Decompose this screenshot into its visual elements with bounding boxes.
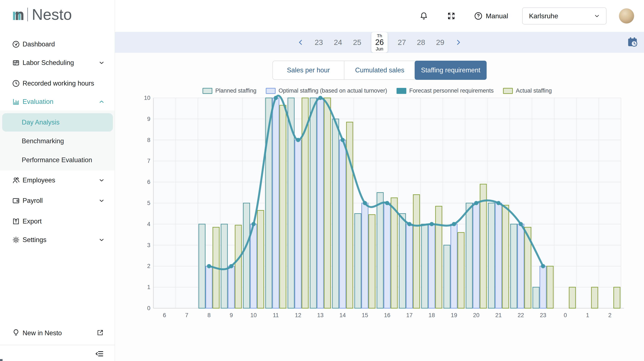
corner-widget [0, 359, 2, 361]
sidebar-subitem-label: Performance Evaluation [22, 156, 92, 164]
chevron-down-icon [98, 198, 105, 204]
bar-1-hour-9 [228, 266, 234, 308]
bar-1-hour-21 [495, 203, 502, 308]
legend-item: Planned staffing [202, 87, 256, 94]
bar-chart-icon [12, 98, 20, 106]
users-icon [12, 176, 20, 184]
bar-0-hour-10 [244, 203, 250, 308]
legend-item: Optimal staffing (based on actual turnov… [266, 87, 387, 94]
svg-text:17: 17 [406, 312, 413, 319]
svg-text:22: 22 [518, 312, 524, 319]
bar-1-hour-17 [406, 224, 413, 308]
legend-swatch-icon [503, 88, 513, 94]
sidebar-item-dashboard[interactable]: Dashboard [0, 35, 115, 53]
bar-0-hour-16 [377, 193, 383, 308]
sidebar-item-employees[interactable]: Employees [0, 171, 115, 189]
sidebar-item-label: Dashboard [22, 40, 55, 48]
sidebar-subitem-label: Day Analysis [22, 119, 60, 126]
legend-swatch-icon [202, 88, 212, 94]
sidebar: n n Nesto Dashboard Labor Scheduling [0, 0, 115, 361]
day-25[interactable]: 25 [352, 38, 362, 47]
sidebar-item-settings[interactable]: Settings [0, 231, 115, 249]
staffing-chart: 6789101112131415161718192021222301201234… [119, 94, 634, 325]
gauge-icon [12, 40, 20, 48]
bar-2-hour-16 [391, 198, 398, 308]
day-29[interactable]: 29 [435, 38, 445, 47]
tab-sales-per-hour[interactable]: Sales per hour [273, 61, 344, 79]
bar-2-hour-14 [346, 122, 353, 308]
sidebar-item-payroll[interactable]: Payroll [0, 192, 115, 210]
selected-day-card[interactable]: Th 26 Jun [372, 32, 388, 52]
whats-new-link[interactable]: New in Nesto [0, 324, 115, 342]
manual-link[interactable]: Manual [474, 11, 508, 20]
svg-text:8: 8 [147, 137, 150, 143]
chevron-right-icon [454, 38, 462, 46]
bar-2-hour-23 [547, 266, 553, 308]
topbar: Manual Karlsruhe [115, 0, 644, 32]
sidebar-item-evaluation[interactable]: Evaluation [0, 93, 115, 111]
bar-1-hour-12 [295, 140, 301, 308]
sidebar-item-recorded-working-hours[interactable]: Recorded working hours [0, 74, 115, 93]
svg-text:1: 1 [586, 312, 589, 319]
tab-cumulated-sales[interactable]: Cumulated sales [344, 61, 415, 79]
svg-text:18: 18 [428, 312, 435, 319]
bar-2-hour-13 [324, 98, 330, 308]
tab-staffing-requirement[interactable]: Staffing requirement [415, 61, 486, 80]
sidebar-item-label: Evaluation [22, 98, 54, 106]
svg-text:8: 8 [208, 312, 210, 319]
gear-icon [12, 236, 20, 244]
svg-text:14: 14 [340, 312, 346, 319]
bell-icon [419, 11, 428, 20]
sidebar-item-benchmarking[interactable]: Benchmarking [0, 132, 115, 150]
day-27[interactable]: 27 [397, 38, 407, 47]
help-circle-icon [474, 11, 483, 20]
legend-swatch-icon [396, 88, 406, 94]
date-picker-button[interactable] [627, 37, 638, 49]
chevron-up-icon [98, 98, 105, 105]
chevron-down-icon [98, 177, 105, 183]
chevron-left-icon [297, 38, 304, 46]
bar-0-hour-23 [533, 287, 539, 308]
app-logo: n n Nesto [12, 5, 72, 23]
svg-text:13: 13 [317, 312, 324, 319]
fullscreen-button[interactable] [447, 12, 456, 20]
svg-text:4: 4 [147, 221, 150, 227]
svg-text:0: 0 [147, 305, 150, 311]
sidebar-item-performance-evaluation[interactable]: Performance Evaluation [0, 151, 115, 169]
bar-1-hour-8 [206, 266, 212, 308]
day-23[interactable]: 23 [314, 38, 324, 47]
chart-legend: Planned staffingOptimal staffing (based … [115, 87, 644, 94]
bar-1-hour-14 [340, 140, 346, 308]
schedule-grid-icon [12, 59, 20, 67]
day-28[interactable]: 28 [416, 38, 426, 47]
bar-2-hour-19 [458, 232, 464, 308]
svg-text:21: 21 [495, 312, 502, 319]
chart-tabs: Sales per hour Cumulated sales Staffing … [115, 61, 644, 80]
app-root: n n Nesto Dashboard Labor Scheduling [0, 0, 644, 361]
notifications-button[interactable] [419, 11, 428, 20]
user-avatar[interactable] [619, 8, 634, 24]
svg-text:6: 6 [147, 179, 150, 185]
sidebar-item-day-analysis[interactable]: Day Analysis [0, 113, 115, 132]
bar-2-hour-0 [569, 287, 576, 308]
legend-label: Planned staffing [215, 87, 256, 94]
svg-text:15: 15 [362, 312, 368, 319]
svg-text:19: 19 [451, 312, 457, 319]
clock-icon [12, 79, 20, 87]
bar-1-hour-11 [272, 98, 279, 308]
svg-text:10: 10 [250, 312, 257, 319]
bar-2-hour-21 [502, 205, 509, 308]
sidebar-item-label: Payroll [22, 197, 43, 205]
day-24[interactable]: 24 [333, 38, 343, 47]
legend-item: Actual staffing [503, 87, 552, 94]
location-select[interactable]: Karlsruhe [522, 7, 606, 24]
legend-label: Actual staffing [516, 87, 552, 94]
previous-day-button[interactable] [297, 38, 304, 46]
next-day-button[interactable] [454, 38, 462, 46]
sidebar-item-labor-scheduling[interactable]: Labor Scheduling [0, 54, 115, 72]
collapse-sidebar-button[interactable] [95, 349, 104, 359]
sidebar-item-export[interactable]: Export [0, 212, 115, 231]
bar-1-hour-22 [518, 224, 524, 308]
bar-2-hour-17 [413, 195, 420, 308]
svg-text:7: 7 [185, 312, 188, 319]
